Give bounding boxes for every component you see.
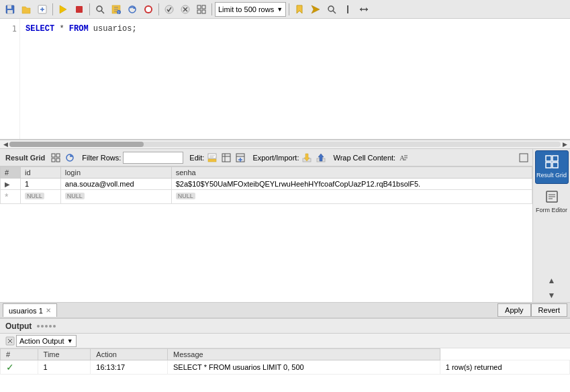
cell-id[interactable]: 1 — [21, 179, 61, 190]
new-id-cell[interactable]: NULL — [21, 190, 61, 204]
output-dots — [37, 325, 56, 328]
tab-bar: usuarios 1 ✕ Apply Revert — [0, 302, 570, 318]
add-row-icon[interactable] — [234, 152, 246, 164]
svg-rect-45 — [222, 154, 230, 162]
output-type-arrow-icon: ▼ — [67, 338, 73, 344]
svg-rect-1 — [7, 5, 11, 9]
new-senha-cell[interactable]: NULL — [171, 190, 532, 204]
wrap-icon[interactable]: A — [397, 152, 410, 164]
scroll-track[interactable] — [9, 142, 561, 147]
search2-button[interactable] — [324, 2, 339, 17]
new-query-button[interactable] — [35, 2, 50, 17]
form-editor-sidebar-label: Form Editor — [536, 207, 567, 214]
form-editor-sidebar-button[interactable]: Form Editor — [535, 185, 569, 219]
output-status-cell: ✓ — [1, 360, 38, 375]
output-type-dropdown[interactable]: Action Output ▼ — [16, 335, 77, 347]
svg-rect-25 — [202, 5, 205, 9]
refresh-icon[interactable] — [64, 152, 76, 164]
maximize-icon[interactable] — [518, 152, 530, 164]
svg-point-40 — [66, 154, 73, 161]
svg-rect-63 — [546, 162, 551, 168]
bookmark-button[interactable] — [292, 2, 307, 17]
scroll-thumb[interactable] — [9, 142, 144, 147]
stop-button[interactable] — [72, 2, 87, 17]
output-panel: Output Action Output ▼ # — [0, 318, 570, 392]
import-icon[interactable] — [301, 152, 313, 164]
cell-senha[interactable]: $2a$10$Y50UaMFOxteibQEYLrwuHeehHYfcoafCo… — [171, 179, 532, 190]
scroll-left-icon[interactable]: ◀ — [1, 140, 9, 148]
arrows-button[interactable] — [357, 2, 371, 17]
svg-marker-6 — [60, 5, 66, 13]
output-col-time: Time — [38, 349, 91, 360]
cell-login[interactable]: ana.souza@voll.med — [60, 179, 171, 190]
svg-rect-60 — [520, 154, 528, 162]
tab-close-icon[interactable]: ✕ — [46, 307, 51, 314]
open-button[interactable] — [19, 2, 34, 17]
apply-button[interactable]: Apply — [497, 303, 531, 317]
svg-marker-34 — [360, 7, 362, 11]
output-col-hash: # — [1, 349, 38, 360]
dot1 — [37, 325, 40, 328]
horizontal-scrollbar[interactable]: ◀ ▶ — [0, 140, 570, 149]
table-row: ▶ 1 ana.souza@voll.med $2a$10$Y50UaMFOxt… — [1, 179, 532, 190]
revert-button[interactable]: Revert — [531, 303, 567, 317]
result-grid-icon[interactable] — [50, 152, 62, 164]
svg-rect-2 — [7, 10, 13, 13]
svg-rect-7 — [76, 6, 83, 13]
svg-rect-41 — [208, 159, 216, 162]
svg-point-8 — [97, 6, 102, 11]
table-icon[interactable] — [220, 152, 232, 164]
x-button[interactable] — [178, 2, 193, 17]
svg-rect-27 — [202, 10, 205, 13]
line-number-1: 1 — [5, 24, 17, 34]
output-row: ✓ 1 16:13:17 SELECT * FROM usuarios LIMI… — [1, 360, 570, 375]
find-button[interactable] — [93, 2, 107, 17]
save-button[interactable] — [3, 2, 17, 17]
svg-rect-64 — [553, 162, 558, 168]
tab-label: usuarios 1 — [9, 307, 43, 315]
result-toolbar: Result Grid Filter Rows: Edit: — [0, 149, 532, 166]
output-col-action: Action — [91, 349, 168, 360]
new-login-cell[interactable]: NULL — [60, 190, 171, 204]
right-sidebar: Result Grid Form Editor ▲ ▼ — [532, 149, 570, 302]
svg-point-19 — [146, 7, 151, 12]
wrap-label: Wrap Cell Content: — [333, 154, 395, 162]
grid-icon-button[interactable] — [194, 2, 209, 17]
sidebar-scroll-up-icon[interactable]: ▲ — [535, 274, 569, 287]
output-title: Output — [5, 322, 32, 331]
output-type-label: Action Output — [19, 337, 64, 345]
svg-text:A: A — [399, 154, 405, 162]
dropdown-arrow-icon: ▼ — [277, 6, 283, 13]
send-button[interactable] — [308, 2, 323, 17]
svg-text:?: ? — [117, 10, 120, 14]
red-circle-button[interactable] — [141, 2, 156, 17]
sql-table-name: usuarios; — [93, 24, 137, 34]
sidebar-scroll-down-icon[interactable]: ▼ — [535, 289, 569, 302]
reconnect-button[interactable] — [125, 2, 140, 17]
col-header-hash: # — [1, 167, 21, 179]
edit-icon[interactable] — [206, 152, 218, 164]
success-icon: ✓ — [6, 362, 14, 373]
sql-content[interactable]: SELECT * FROM usuarios; — [20, 19, 570, 139]
svg-rect-24 — [197, 5, 201, 9]
pipe-button[interactable] — [340, 2, 355, 17]
scroll-right-icon[interactable]: ▶ — [561, 140, 569, 148]
svg-line-31 — [333, 11, 336, 13]
limit-dropdown[interactable]: Limit to 500 rows ▼ — [215, 2, 286, 17]
check-button[interactable] — [162, 2, 177, 17]
svg-point-20 — [165, 5, 173, 13]
history-button[interactable]: ? — [109, 2, 124, 17]
execute-button[interactable] — [56, 2, 70, 17]
svg-line-9 — [101, 11, 104, 13]
tab-usuarios[interactable]: usuarios 1 ✕ — [3, 303, 57, 317]
svg-marker-28 — [297, 5, 302, 13]
result-grid-sidebar-button[interactable]: Result Grid — [535, 150, 569, 184]
filter-input[interactable] — [123, 152, 183, 164]
export-icon[interactable] — [315, 152, 327, 164]
result-grid-tab[interactable]: Result Grid — [3, 153, 48, 162]
output-table: # Time Action Message ✓ 1 16:13:17 SELEC… — [0, 348, 570, 375]
sql-editor: 1 SELECT * FROM usuarios; — [0, 19, 570, 140]
new-row-icon: * — [5, 191, 8, 202]
svg-marker-29 — [312, 5, 320, 13]
output-clear-icon[interactable] — [4, 335, 16, 347]
